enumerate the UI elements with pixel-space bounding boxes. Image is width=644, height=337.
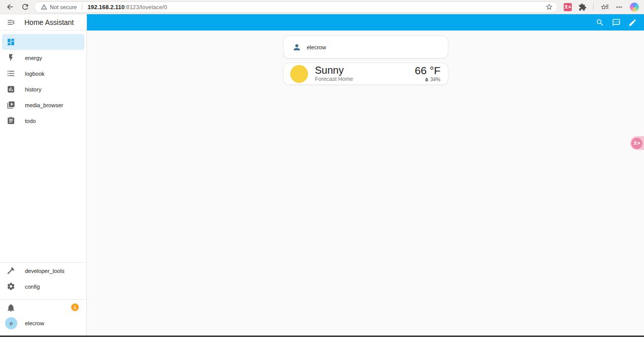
url-path: :8123/lovelace/0 xyxy=(125,4,167,10)
not-secure-warning-icon xyxy=(41,4,47,10)
favorite-star-icon[interactable] xyxy=(545,3,553,11)
edit-pencil-icon[interactable] xyxy=(628,18,637,27)
address-bar[interactable]: Not secure 192.168.2.110:8123/lovelace/0 xyxy=(34,2,558,13)
assist-chat-icon[interactable] xyxy=(612,18,621,27)
translate-float-icon: 文A xyxy=(631,138,642,149)
sidebar-item-developer-tools[interactable]: developer_tools xyxy=(2,263,84,279)
sidebar-nav: energy logbook history media_browser tod… xyxy=(0,30,86,129)
sidebar-item-label: logbook xyxy=(25,71,45,77)
sidebar-item-history[interactable]: history xyxy=(2,81,84,97)
app-title: Home Assistant xyxy=(24,18,74,26)
bell-icon xyxy=(7,303,15,312)
profile-name: elecrow xyxy=(25,320,44,326)
sidebar-gap xyxy=(0,294,86,299)
person-icon xyxy=(292,43,301,52)
sidebar-bottom: developer_tools config 1 e elecrow xyxy=(0,262,86,335)
sidebar-item-overview[interactable] xyxy=(2,34,84,50)
view-dashboard-icon xyxy=(7,38,15,46)
clipboard-list-icon xyxy=(7,116,15,125)
refresh-icon[interactable] xyxy=(21,3,29,11)
weather-card[interactable]: Sunny Forecast Home 66 °F 34% xyxy=(283,63,448,85)
weather-condition: Sunny xyxy=(315,65,353,76)
weather-forecast-label: Forecast Home xyxy=(315,76,353,82)
translate-extension-icon[interactable]: 文A xyxy=(564,3,572,11)
dashboard-cards: elecrow Sunny Forecast Home 66 °F 34% xyxy=(283,36,448,85)
humidity-value: 34% xyxy=(430,76,440,83)
app-header xyxy=(87,14,644,30)
sidebar-item-label: energy xyxy=(25,55,42,61)
notifications-button[interactable]: 1 xyxy=(0,300,86,315)
weather-temperature: 66 °F xyxy=(415,65,440,76)
sidebar-item-config[interactable]: config xyxy=(2,279,84,294)
browser-nav-buttons xyxy=(0,3,34,11)
main-area: elecrow Sunny Forecast Home 66 °F 34% xyxy=(87,14,644,335)
sunny-weather-icon xyxy=(290,65,308,83)
lightning-bolt-icon xyxy=(7,53,15,62)
search-icon[interactable] xyxy=(596,18,604,27)
translate-float-button[interactable]: 文A xyxy=(630,136,644,150)
browser-menu-ellipsis-icon[interactable] xyxy=(615,3,623,11)
back-icon[interactable] xyxy=(6,3,14,11)
weather-humidity: 34% xyxy=(415,76,440,83)
sidebar-header: Home Assistant xyxy=(0,14,86,30)
browser-actions: 文A xyxy=(558,3,644,12)
sidebar-item-label: history xyxy=(25,86,41,93)
chart-box-icon xyxy=(7,85,15,94)
notification-badge: 1 xyxy=(71,303,79,311)
avatar: e xyxy=(5,317,17,329)
humidity-drop-icon xyxy=(424,77,430,82)
profile-button[interactable]: e elecrow xyxy=(0,315,86,331)
weather-info: Sunny Forecast Home xyxy=(315,65,353,82)
sidebar-item-todo[interactable]: todo xyxy=(2,113,84,129)
person-card[interactable]: elecrow xyxy=(283,36,448,58)
sidebar-item-label: media_browser xyxy=(25,102,63,108)
security-label[interactable]: Not secure xyxy=(50,4,77,10)
copilot-icon[interactable] xyxy=(630,3,639,12)
sidebar-item-label: config xyxy=(25,284,40,290)
sidebar-item-logbook[interactable]: logbook xyxy=(2,66,84,81)
browser-toolbar: Not secure 192.168.2.110:8123/lovelace/0… xyxy=(0,0,644,14)
sidebar-item-label: todo xyxy=(25,118,36,124)
hammer-icon xyxy=(7,266,15,275)
url-text[interactable]: 192.168.2.110:8123/lovelace/0 xyxy=(87,4,167,10)
list-bulleted-icon xyxy=(7,69,15,78)
play-box-icon xyxy=(7,101,15,109)
favorites-hub-icon[interactable] xyxy=(600,3,608,11)
sidebar: Home Assistant energy logbook history me… xyxy=(0,14,87,335)
sidebar-item-energy[interactable]: energy xyxy=(2,50,84,66)
extensions-puzzle-icon[interactable] xyxy=(578,3,587,11)
weather-readings: 66 °F 34% xyxy=(415,65,440,83)
toolbar-divider xyxy=(593,3,594,11)
person-name: elecrow xyxy=(307,44,326,50)
address-divider xyxy=(82,4,82,10)
url-host: 192.168.2.110 xyxy=(87,4,125,10)
sidebar-item-label: developer_tools xyxy=(25,268,65,274)
gear-icon xyxy=(7,282,15,291)
sidebar-item-media-browser[interactable]: media_browser xyxy=(2,97,84,113)
menu-toggle-icon[interactable] xyxy=(7,18,16,27)
